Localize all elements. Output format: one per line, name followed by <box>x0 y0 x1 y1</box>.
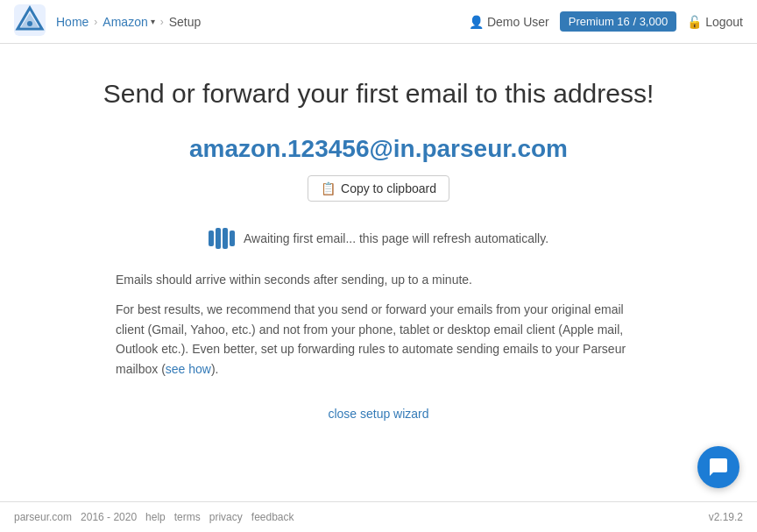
footer-brand: parseur.com <box>14 511 72 523</box>
nav-sep-2: › <box>160 16 164 28</box>
awaiting-text: Awaiting first email... this page will r… <box>244 231 548 245</box>
nav-current-page: Setup <box>169 15 202 29</box>
nav-home-link[interactable]: Home <box>56 15 88 29</box>
copy-button-label: Copy to clipboard <box>341 181 436 195</box>
user-icon: 👤 <box>469 15 484 29</box>
chat-button[interactable] <box>697 446 739 488</box>
see-how-link[interactable]: see how <box>166 362 211 376</box>
nav-premium-badge: Premium 16 / 3,000 <box>560 11 676 32</box>
nav-amazon-wrapper: Amazon ▾ <box>103 15 154 29</box>
footer-left: parseur.com 2016 - 2020 help terms priva… <box>14 511 294 523</box>
footer-terms-link[interactable]: terms <box>174 511 201 523</box>
nav-right: 👤 Demo User Premium 16 / 3,000 🔓 Logout <box>469 11 743 32</box>
footer-years: 2016 - 2020 <box>81 511 137 523</box>
bar-3 <box>223 228 228 249</box>
nav-amazon-link[interactable]: Amazon <box>103 15 147 29</box>
bar-4 <box>230 231 235 246</box>
nav-user: 👤 Demo User <box>469 15 549 29</box>
nav-user-label: Demo User <box>487 15 549 29</box>
logout-icon: 🔓 <box>687 15 702 29</box>
bar-2 <box>216 228 221 249</box>
info-paragraph-1: Emails should arrive within seconds afte… <box>116 270 641 289</box>
info-block: Emails should arrive within seconds afte… <box>116 270 641 389</box>
nav-breadcrumb: Home › Amazon ▾ › Setup <box>56 15 469 29</box>
main-content: Send or forward your first email to this… <box>0 44 757 501</box>
nav-logout-button[interactable]: 🔓 Logout <box>687 15 743 29</box>
nav-logo <box>14 4 56 39</box>
footer-help-link[interactable]: help <box>145 511 166 523</box>
email-address: amazon.123456@in.parseur.com <box>189 135 568 163</box>
navbar: Home › Amazon ▾ › Setup 👤 Demo User Prem… <box>0 0 757 44</box>
page-title: Send or forward your first email to this… <box>103 79 654 109</box>
footer: parseur.com 2016 - 2020 help terms priva… <box>0 501 757 532</box>
bar-1 <box>209 231 214 246</box>
footer-version: v2.19.2 <box>709 511 743 523</box>
nav-dropdown-icon: ▾ <box>151 17 155 26</box>
info-2-after: ). <box>211 362 219 376</box>
nav-sep-1: › <box>94 16 97 28</box>
footer-privacy-link[interactable]: privacy <box>209 511 243 523</box>
close-setup-wizard-link[interactable]: close setup wizard <box>328 407 428 421</box>
svg-point-3 <box>27 21 32 26</box>
info-paragraph-2: For best results, we recommend that you … <box>116 300 641 379</box>
awaiting-icon <box>209 228 235 249</box>
copy-to-clipboard-button[interactable]: 📋 Copy to clipboard <box>308 175 449 202</box>
nav-logout-label: Logout <box>705 15 743 29</box>
awaiting-row: Awaiting first email... this page will r… <box>209 228 548 249</box>
clipboard-icon: 📋 <box>321 181 336 195</box>
chat-icon <box>708 457 729 478</box>
footer-feedback-link[interactable]: feedback <box>251 511 294 523</box>
